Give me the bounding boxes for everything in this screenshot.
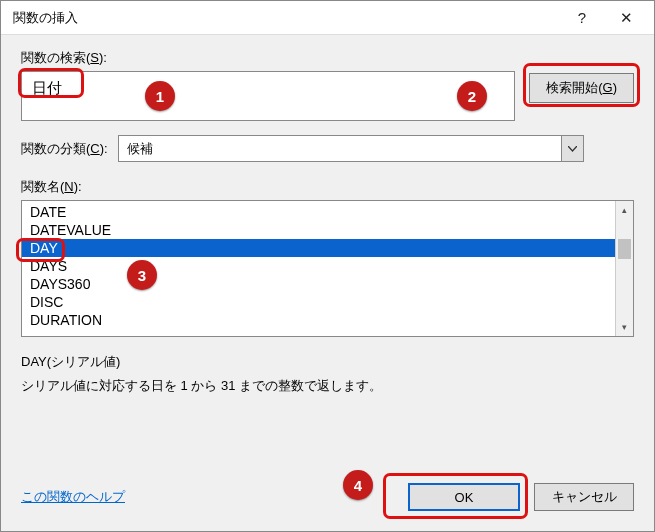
function-description: シリアル値に対応する日を 1 から 31 までの整数で返します。	[21, 377, 634, 395]
scrollbar[interactable]: ▴ ▾	[615, 201, 633, 336]
category-select[interactable]: 候補	[118, 135, 584, 162]
dialog-title: 関数の挿入	[13, 9, 560, 27]
list-item[interactable]: DATEVALUE	[22, 221, 615, 239]
cancel-button[interactable]: キャンセル	[534, 483, 634, 511]
list-item[interactable]: DURATION	[22, 311, 615, 329]
category-label: 関数の分類(C):	[21, 140, 108, 158]
titlebar: 関数の挿入 ? ✕	[1, 1, 654, 35]
list-item[interactable]: DAYS	[22, 257, 615, 275]
footer-buttons: OK キャンセル	[408, 483, 634, 511]
list-item[interactable]: DISC	[22, 293, 615, 311]
function-signature: DAY(シリアル値)	[21, 353, 634, 371]
content-area: 関数の検索(S): 検索開始(G) 1 2 関数の分類(C): 候補	[1, 35, 654, 531]
search-go-button[interactable]: 検索開始(G)	[529, 73, 634, 103]
list-item[interactable]: DAYS360	[22, 275, 615, 293]
function-listbox[interactable]: DATEDATEVALUEDAYDAYSDAYS360DISCDURATION …	[21, 200, 634, 337]
search-label: 関数の検索(S):	[21, 49, 634, 67]
search-label-text: 関数の検索(	[21, 50, 90, 65]
close-button[interactable]: ✕	[604, 3, 648, 33]
functions-label: 関数名(N):	[21, 178, 634, 196]
help-link[interactable]: この関数のヘルプ	[21, 488, 125, 506]
scroll-down-icon[interactable]: ▾	[616, 318, 633, 336]
description-block: DAY(シリアル値) シリアル値に対応する日を 1 から 31 までの整数で返し…	[21, 353, 634, 395]
search-label-suffix: ):	[99, 50, 107, 65]
scroll-thumb[interactable]	[618, 239, 631, 259]
footer-row: この関数のヘルプ OK キャンセル 4	[21, 483, 634, 523]
help-button[interactable]: ?	[560, 3, 604, 33]
list-item[interactable]: DAY	[22, 239, 615, 257]
list-item[interactable]: DATE	[22, 203, 615, 221]
search-input[interactable]	[21, 71, 515, 121]
scroll-up-icon[interactable]: ▴	[616, 201, 633, 219]
search-label-key: S	[90, 50, 99, 65]
scroll-track[interactable]	[616, 219, 633, 318]
category-row: 関数の分類(C): 候補	[21, 135, 634, 162]
search-row: 検索開始(G) 1 2	[21, 71, 634, 121]
insert-function-dialog: 関数の挿入 ? ✕ 関数の検索(S): 検索開始(G) 1 2 関数の分類(C)…	[0, 0, 655, 532]
ok-button[interactable]: OK	[408, 483, 520, 511]
function-list-inner: DATEDATEVALUEDAYDAYSDAYS360DISCDURATION	[22, 201, 615, 336]
category-value: 候補	[118, 135, 562, 162]
function-list-wrap: DATEDATEVALUEDAYDAYSDAYS360DISCDURATION …	[21, 200, 634, 337]
chevron-down-icon[interactable]	[561, 135, 584, 162]
